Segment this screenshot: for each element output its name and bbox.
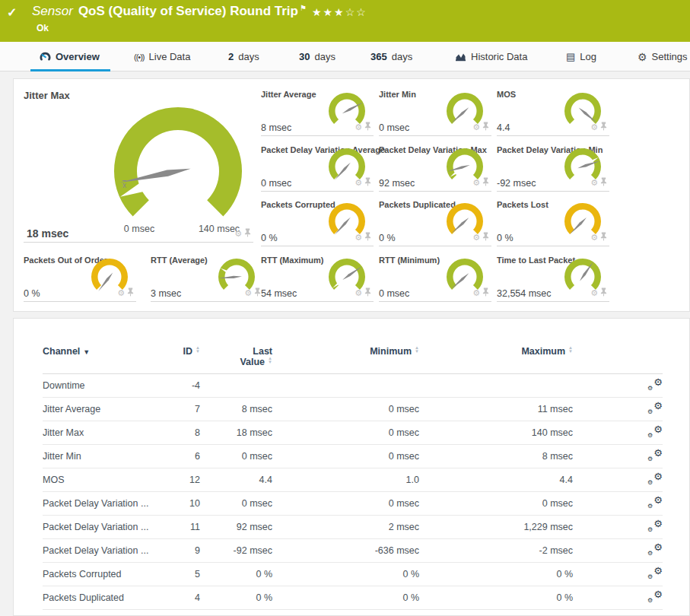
tab-log[interactable]: ▤Log bbox=[566, 42, 596, 71]
gauge-cell-packet-delay-variation-average[interactable]: Packet Delay Variation Average0 msec⚙ bbox=[261, 145, 374, 192]
gauge-pin-icon[interactable] bbox=[600, 176, 607, 189]
channel-settings-icon[interactable]: ⚙⚙ bbox=[647, 520, 663, 532]
gauge-gear-icon[interactable]: ⚙ bbox=[355, 233, 362, 242]
column-header-actions bbox=[573, 338, 663, 374]
gauge-cell-packets-corrupted[interactable]: Packets Corrupted0 %⚙ bbox=[261, 200, 374, 246]
gauge-title: RTT (Minimum) bbox=[379, 256, 440, 265]
channel-settings-icon[interactable]: ⚙⚙ bbox=[647, 426, 663, 438]
gauge-cell-time-to-last-packet[interactable]: Time to Last Packet32,554 msec⚙ bbox=[497, 256, 609, 302]
value-cell: -4 bbox=[153, 374, 200, 398]
tab-overview[interactable]: Overview bbox=[40, 42, 100, 71]
channel-name-cell: Downtime bbox=[43, 374, 153, 398]
tab-settings[interactable]: ⚙Settings bbox=[638, 42, 688, 71]
table-row: Jitter Average78 msec0 msec11 msec⚙⚙ bbox=[43, 398, 663, 421]
gauge-cell-rtt-maximum-[interactable]: RTT (Maximum)54 msec⚙ bbox=[261, 256, 374, 302]
gauge-cell-packet-delay-variation-max[interactable]: Packet Delay Variation Max92 msec⚙ bbox=[379, 145, 491, 192]
channel-settings-icon[interactable]: ⚙⚙ bbox=[647, 544, 663, 556]
gauge-pin-icon[interactable] bbox=[244, 227, 251, 240]
channel-settings-icon[interactable]: ⚙⚙ bbox=[647, 567, 663, 579]
gauge-pin-icon[interactable] bbox=[482, 286, 489, 300]
tab-2-days[interactable]: 2days bbox=[228, 42, 259, 71]
gauge-pin-icon[interactable] bbox=[600, 120, 607, 134]
gauge-title: Jitter Average bbox=[261, 90, 316, 99]
gauge-gear-icon[interactable]: ⚙ bbox=[355, 289, 362, 297]
gauge-scale-max: 140 msec bbox=[199, 224, 240, 234]
gauge-gear-icon[interactable]: ⚙ bbox=[590, 123, 598, 132]
gauge-cell-rtt-average-[interactable]: RTT (Average)3 msec⚙ bbox=[151, 256, 263, 302]
log-icon: ▤ bbox=[566, 52, 575, 62]
gauge-cell-jitter-min[interactable]: Jitter Min0 msec⚙ bbox=[379, 90, 491, 136]
tab-label: days bbox=[314, 51, 335, 62]
gauge-cell-packet-delay-variation-min[interactable]: Packet Delay Variation Min-92 msec⚙ bbox=[497, 145, 609, 192]
gauge-pin-icon[interactable] bbox=[482, 230, 489, 244]
tab-30-days[interactable]: 30days bbox=[299, 42, 335, 71]
gauge-cell-actions: ⚙ bbox=[244, 286, 261, 300]
channel-table-panel: Channel▼ID▲▼LastValue▲▼Minimum▲▼Maximum▲… bbox=[13, 318, 690, 616]
column-label: Channel bbox=[43, 346, 80, 357]
gauge-gear-icon[interactable]: ⚙ bbox=[355, 123, 362, 132]
tab-number: 365 bbox=[370, 51, 387, 62]
gauge-gear-icon[interactable]: ⚙ bbox=[244, 289, 252, 297]
channel-settings-icon[interactable]: ⚙⚙ bbox=[647, 473, 663, 485]
gauge-pin-icon[interactable] bbox=[364, 230, 371, 244]
page-title: QoS (Quality of Service) Round Trip bbox=[78, 4, 298, 18]
gauge-cell-rtt-minimum-[interactable]: RTT (Minimum)0 msec⚙ bbox=[379, 256, 491, 302]
value-cell: 0 msec bbox=[272, 492, 419, 516]
tab-label: days bbox=[392, 51, 412, 62]
channel-settings-icon[interactable]: ⚙⚙ bbox=[647, 379, 663, 391]
gauge-gear-icon[interactable]: ⚙ bbox=[234, 230, 242, 238]
gauge-gear-icon[interactable]: ⚙ bbox=[472, 123, 480, 132]
priority-stars[interactable]: ★★★☆☆ bbox=[312, 6, 367, 18]
gauge-cell-packets-duplicated[interactable]: Packets Duplicated0 %⚙ bbox=[379, 200, 491, 246]
gauge-title: RTT (Maximum) bbox=[261, 256, 324, 265]
channel-settings-icon[interactable]: ⚙⚙ bbox=[647, 591, 663, 603]
channel-settings-icon[interactable]: ⚙⚙ bbox=[647, 402, 663, 414]
gauge-pin-icon[interactable] bbox=[364, 286, 371, 300]
column-header-id[interactable]: ID▲▼ bbox=[153, 338, 200, 374]
channel-name-cell: Packets Corrupted bbox=[43, 563, 153, 586]
column-header-last-value[interactable]: LastValue▲▼ bbox=[200, 338, 272, 374]
gauge-cell-jitter-average[interactable]: Jitter Average8 msec⚙ bbox=[261, 90, 374, 136]
gauge-cell-packets-lost[interactable]: Packets Lost0 %⚙ bbox=[497, 200, 609, 246]
channel-name-cell: Packets Duplicated bbox=[43, 586, 153, 610]
gauge-cell-jitter-max[interactable]: Jitter Maxx0 msec140 msec18 msec⚙ bbox=[24, 90, 253, 243]
gauge-pin-icon[interactable] bbox=[364, 176, 371, 189]
gauge-cell-packets-out-of-order[interactable]: Packets Out of Order0 %⚙ bbox=[24, 256, 136, 302]
gauge-gear-icon[interactable]: ⚙ bbox=[355, 179, 362, 187]
tab-live-data[interactable]: ((•))Live Data bbox=[134, 42, 190, 71]
gauge-pin-icon[interactable] bbox=[364, 120, 371, 134]
gauge-cell-actions: ⚙ bbox=[472, 176, 489, 189]
gauge-pin-icon[interactable] bbox=[600, 230, 607, 244]
gauge-gear-icon[interactable]: ⚙ bbox=[117, 289, 125, 297]
tab-label: Historic Data bbox=[471, 51, 527, 62]
column-header-channel[interactable]: Channel▼ bbox=[43, 338, 153, 374]
channel-name-cell: Jitter Max bbox=[43, 421, 153, 445]
channel-settings-icon[interactable]: ⚙⚙ bbox=[647, 449, 663, 462]
gauge-pin-icon[interactable] bbox=[600, 286, 607, 300]
gauge-cell-mos[interactable]: MOS4.4⚙ bbox=[497, 90, 609, 136]
gauge-gear-icon[interactable]: ⚙ bbox=[590, 179, 598, 187]
channel-settings-icon[interactable]: ⚙⚙ bbox=[647, 497, 663, 509]
channel-name-cell: Jitter Average bbox=[43, 398, 153, 421]
flag-icon[interactable]: ⚑ bbox=[300, 4, 307, 12]
column-header-maximum[interactable]: Maximum▲▼ bbox=[419, 338, 573, 374]
gauge-gear-icon[interactable]: ⚙ bbox=[590, 233, 598, 242]
tab-365-days[interactable]: 365days bbox=[370, 42, 412, 71]
gauge-title: Jitter Min bbox=[379, 90, 416, 99]
gauge-gear-icon[interactable]: ⚙ bbox=[590, 289, 598, 297]
gauge-pin-icon[interactable] bbox=[254, 286, 261, 300]
gauge-pin-icon[interactable] bbox=[482, 120, 489, 134]
gauge-pin-icon[interactable] bbox=[482, 176, 489, 189]
gauge-pin-icon[interactable] bbox=[127, 286, 134, 300]
average-marker: x bbox=[122, 181, 126, 189]
gauge-gear-icon[interactable]: ⚙ bbox=[472, 179, 480, 187]
tab-historic-data[interactable]: Historic Data bbox=[455, 42, 527, 71]
gauge-cell-actions: ⚙ bbox=[234, 227, 251, 240]
value-cell: 0 msec bbox=[200, 492, 272, 516]
gauge-title: Jitter Max bbox=[24, 90, 70, 101]
gauge-gear-icon[interactable]: ⚙ bbox=[472, 289, 480, 297]
gauge-title: MOS bbox=[497, 90, 516, 99]
gauge-gear-icon[interactable]: ⚙ bbox=[472, 233, 480, 242]
column-header-minimum[interactable]: Minimum▲▼ bbox=[272, 338, 419, 374]
gauge-value: 0 msec bbox=[261, 178, 291, 189]
